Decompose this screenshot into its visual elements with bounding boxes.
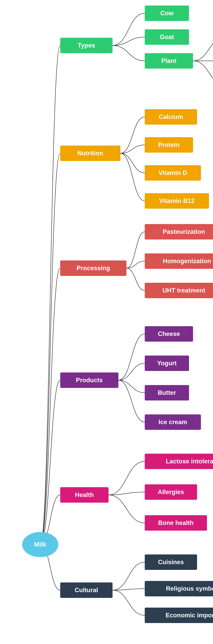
VitaminB12-node: Vitamin B12 <box>145 193 209 209</box>
ReligiousSymbolism-node: Religious symbolism <box>145 581 213 596</box>
Processing-node: Processing <box>60 260 126 276</box>
Types-node: Types <box>60 38 112 53</box>
Pasteurization-node: Pasteurization <box>145 224 213 240</box>
Health-node: Health <box>60 487 108 502</box>
IceCream-node: Ice cream <box>145 414 201 430</box>
Goat-node: Goat <box>145 29 189 45</box>
Nutrition-node: Nutrition <box>60 146 120 161</box>
Products-node: Products <box>60 372 118 388</box>
Butter-node: Butter <box>145 385 189 400</box>
mindmap-container: MilkTypesCowGoatPlantSoyAlmondOatNutriti… <box>0 0 213 644</box>
Yogurt-node: Yogurt <box>145 356 189 371</box>
Calcium-node: Calcium <box>145 109 197 124</box>
Cultural-node: Cultural <box>60 582 112 598</box>
EconomicImportance-node: Economic importance <box>145 608 213 623</box>
LactoseIntolerance-node: Lactose intolerance <box>145 454 213 469</box>
Cow-node: Cow <box>145 6 189 21</box>
Cheese-node: Cheese <box>145 326 193 342</box>
Homogenization-node: Homogenization <box>145 254 213 269</box>
Protein-node: Protein <box>145 137 193 152</box>
Plant-node: Plant <box>145 53 193 68</box>
BoneHealth-node: Bone health <box>145 515 207 531</box>
Allergies-node: Allergies <box>145 484 197 500</box>
VitaminD-node: Vitamin D <box>145 165 201 180</box>
Cuisines-node: Cuisines <box>145 554 197 570</box>
UHTtreatment-node: UHT treatment <box>145 283 213 298</box>
root-node: Milk <box>22 532 58 557</box>
